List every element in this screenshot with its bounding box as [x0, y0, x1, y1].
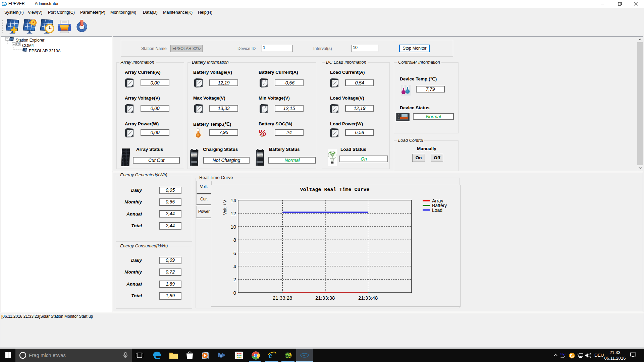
- svg-text:BUS: BUS: [3, 3, 7, 5]
- svg-text:T: T: [564, 352, 566, 356]
- svg-text:EPE: EPE: [302, 355, 306, 357]
- svg-text:C: C: [560, 352, 563, 356]
